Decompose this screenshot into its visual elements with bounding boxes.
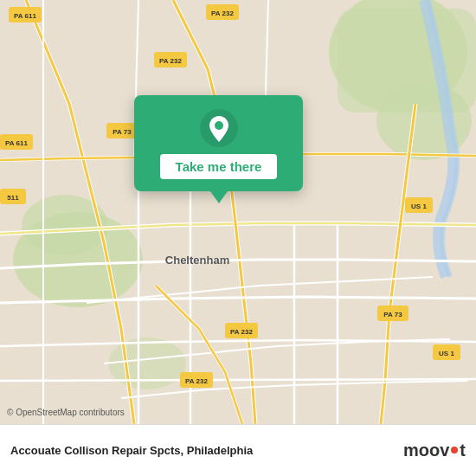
moovit-logo: moov t — [403, 441, 466, 460]
svg-text:PA 73: PA 73 — [113, 128, 132, 136]
svg-text:PA 611: PA 611 — [14, 12, 36, 20]
footer: Accouate Collison Repair Spcts, Philadel… — [0, 424, 476, 476]
svg-text:Cheltenham: Cheltenham — [165, 254, 229, 267]
popup-card: Take me there — [134, 95, 303, 191]
svg-point-31 — [215, 121, 223, 130]
svg-text:PA 232: PA 232 — [211, 10, 234, 17]
svg-text:511: 511 — [7, 194, 19, 202]
map-container: PA 611 PA 232 PA 232 PA 73 511 PA 611 US… — [0, 0, 476, 424]
svg-point-6 — [108, 338, 186, 389]
svg-text:US 1: US 1 — [411, 203, 427, 210]
take-me-there-button[interactable]: Take me there — [160, 154, 278, 179]
map-copyright: © OpenStreetMap contributors — [7, 408, 125, 417]
footer-business-info: Accouate Collison Repair Spcts, Philadel… — [10, 444, 403, 457]
business-name: Accouate Collison Repair Spcts, Philadel… — [10, 444, 253, 457]
moovit-text-2: t — [460, 441, 466, 460]
svg-text:PA 232: PA 232 — [185, 377, 208, 385]
moovit-dot — [451, 447, 458, 453]
location-pin-icon — [200, 109, 238, 147]
svg-text:US 1: US 1 — [439, 350, 454, 357]
svg-text:PA 73: PA 73 — [383, 311, 402, 318]
svg-text:PA 611: PA 611 — [5, 139, 28, 147]
svg-text:PA 232: PA 232 — [159, 57, 182, 65]
svg-text:PA 232: PA 232 — [230, 328, 253, 336]
svg-rect-5 — [338, 9, 476, 113]
moovit-text: moov — [403, 441, 449, 460]
